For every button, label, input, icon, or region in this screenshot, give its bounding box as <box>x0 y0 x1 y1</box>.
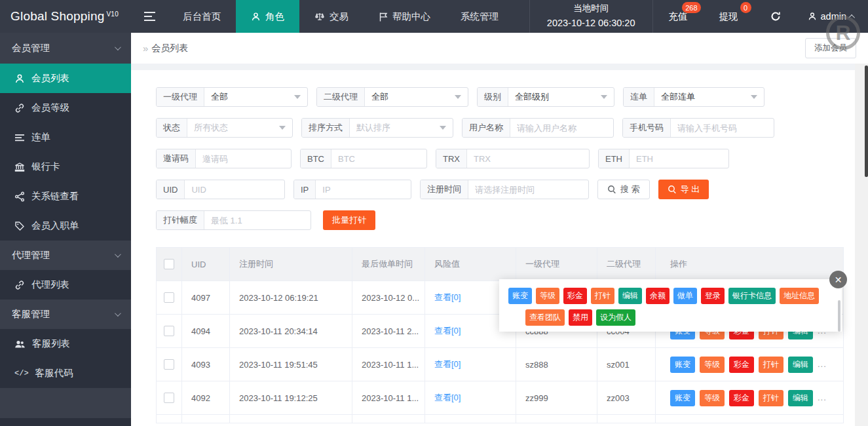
level-button[interactable]: 等级 <box>700 357 725 373</box>
cell-agent2: sz001 <box>597 348 656 381</box>
hamburger-menu-icon[interactable] <box>131 0 168 33</box>
account-change-button[interactable]: 账变 <box>670 357 695 373</box>
withdraw-link[interactable]: 提现 0 <box>704 0 754 33</box>
row-checkbox[interactable] <box>164 326 174 336</box>
sidebar-item-member-list[interactable]: 会员列表 <box>0 64 131 93</box>
select-all-checkbox[interactable] <box>164 259 174 269</box>
address-info-button[interactable]: 地址信息 <box>780 288 819 304</box>
inject-button[interactable]: 打针 <box>591 288 614 304</box>
set-fake-user-button[interactable]: 设为假人 <box>596 309 635 326</box>
refresh-button[interactable] <box>754 0 797 33</box>
close-icon[interactable]: ✕ <box>829 271 847 288</box>
disable-button[interactable]: 禁用 <box>569 309 592 326</box>
agent2-select[interactable]: 二级代理 全部 <box>316 87 468 107</box>
export-button[interactable]: 导 出 <box>658 180 709 199</box>
sidebar-section-support[interactable]: 客服管理 <box>0 300 131 329</box>
phone-input[interactable] <box>671 123 774 133</box>
col-uid: UID <box>182 248 230 281</box>
eth-input[interactable] <box>630 154 728 164</box>
uid-input[interactable] <box>185 185 284 195</box>
bank-card-info-button[interactable]: 银行卡信息 <box>728 288 776 304</box>
btc-field: BTC <box>300 149 427 168</box>
batch-inject-button[interactable]: 批量打针 <box>323 210 375 230</box>
cell-uid: 4093 <box>182 348 230 381</box>
chevron-down-icon <box>294 95 301 99</box>
double-chevron-icon: » <box>143 43 146 54</box>
sidebar-item-member-onboarding[interactable]: 会员入职单 <box>0 211 131 241</box>
link-icon <box>14 280 25 290</box>
nav-item-trade[interactable]: 交易 <box>299 0 364 33</box>
nav-item-system[interactable]: 系统管理 <box>445 0 514 33</box>
risk-view-link[interactable]: 查看[0] <box>434 359 461 369</box>
chain-order-select[interactable]: 连单 全部连单 <box>623 87 764 107</box>
sort-select[interactable]: 排序方式 默认排序 <box>301 118 453 138</box>
nav-item-roles[interactable]: 角色 <box>236 0 299 33</box>
more-actions[interactable]: ... <box>818 393 827 402</box>
share-icon <box>14 191 25 202</box>
view-team-button[interactable]: 查看团队 <box>525 309 565 326</box>
sidebar-section-agents[interactable]: 代理管理 <box>0 241 131 270</box>
user-menu[interactable]: admin <box>797 0 868 33</box>
sidebar-item-support-code[interactable]: </> 客服代码 <box>0 358 131 388</box>
level-button[interactable]: 等级 <box>700 390 725 406</box>
row-checkbox[interactable] <box>164 292 174 303</box>
inject-range-input[interactable] <box>204 216 311 225</box>
sidebar-item-bank-card[interactable]: 银行卡 <box>0 152 131 182</box>
table-row: 4092 2023-10-11 19:12:25 2023-10-11 1...… <box>157 381 844 415</box>
row-checkbox[interactable] <box>164 393 174 403</box>
account-change-button[interactable]: 账变 <box>670 390 695 406</box>
username: admin <box>821 11 847 22</box>
chevron-down-icon <box>279 126 286 130</box>
invite-code-input[interactable] <box>196 154 291 164</box>
content-card: 一级代理 全部 二级代理 全部 级别 全部级别 连单 全部连单 状态 所有状态 … <box>131 70 855 426</box>
login-button[interactable]: 登录 <box>701 288 725 304</box>
sidebar-item-member-level[interactable]: 会员等级 <box>0 93 131 123</box>
agent1-select[interactable]: 一级代理 全部 <box>156 87 308 107</box>
status-select[interactable]: 状态 所有状态 <box>156 118 293 138</box>
more-actions[interactable]: ... <box>818 359 827 369</box>
row-checkbox[interactable] <box>164 359 174 370</box>
sidebar-item-agent-list[interactable]: 代理列表 <box>0 270 131 300</box>
ip-input[interactable] <box>316 185 411 195</box>
level-button[interactable]: 等级 <box>536 288 559 304</box>
page-scrollbar-track[interactable] <box>855 64 868 426</box>
inject-button[interactable]: 打针 <box>759 390 783 406</box>
popup-scrollbar[interactable] <box>838 300 840 332</box>
popup-actions-row2: 查看团队 禁用 设为假人 <box>525 309 835 326</box>
sidebar-item-relation-chain[interactable]: 关系链查看 <box>0 182 131 211</box>
make-order-button[interactable]: 做单 <box>673 288 697 304</box>
bonus-button[interactable]: 彩金 <box>563 288 587 304</box>
edit-button[interactable]: 编辑 <box>788 357 813 373</box>
search-button[interactable]: 搜 索 <box>597 180 650 199</box>
recharge-link[interactable]: 充值 268 <box>653 0 704 33</box>
nav-item-help-center[interactable]: 帮助中心 <box>364 0 445 33</box>
local-time: 当地时间 2023-10-12 06:30:20 <box>529 0 653 33</box>
level-select[interactable]: 级别 全部级别 <box>477 87 614 107</box>
edit-button[interactable]: 编辑 <box>618 288 642 304</box>
risk-view-link[interactable]: 查看[0] <box>434 292 461 302</box>
sidebar-item-support-list[interactable]: 客服列表 <box>0 329 131 358</box>
page-scrollbar-thumb[interactable] <box>865 66 868 177</box>
username-input[interactable] <box>510 123 613 133</box>
breadcrumb-bar: » 会员列表 添加会员 <box>131 33 868 64</box>
user-icon <box>251 12 261 22</box>
cell-agent1: sz888 <box>516 348 597 381</box>
flag-icon <box>379 12 388 22</box>
balance-button[interactable]: 余额 <box>646 288 670 304</box>
risk-view-link[interactable]: 查看[0] <box>434 393 461 402</box>
btc-input[interactable] <box>331 154 426 164</box>
account-change-button[interactable]: 账变 <box>508 288 532 304</box>
nav-item-dashboard[interactable]: 后台首页 <box>168 0 236 33</box>
risk-view-link[interactable]: 查看[0] <box>434 326 461 336</box>
inject-button[interactable]: 打针 <box>759 357 783 373</box>
sidebar-section-members[interactable]: 会员管理 <box>0 33 131 64</box>
bonus-button[interactable]: 彩金 <box>729 390 754 406</box>
filter-row-2: 状态 所有状态 排序方式 默认排序 用户名称 手机号码 <box>156 118 855 138</box>
edit-button[interactable]: 编辑 <box>788 390 813 406</box>
sidebar-item-chain-orders[interactable]: 连单 <box>0 123 131 152</box>
bonus-button[interactable]: 彩金 <box>729 357 754 373</box>
trx-input[interactable] <box>467 154 589 164</box>
add-member-button[interactable]: 添加会员 <box>805 38 856 58</box>
chevron-down-icon <box>751 95 757 99</box>
register-time-input[interactable] <box>468 185 588 195</box>
